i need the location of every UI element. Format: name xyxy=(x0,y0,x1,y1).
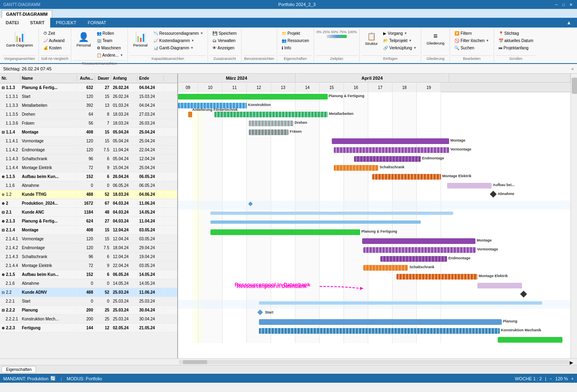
projekt-btn[interactable]: 📁 Projekt xyxy=(280,30,311,37)
zeit-btn[interactable]: ⏱ Zeit xyxy=(41,30,67,37)
verknuepfung-btn[interactable]: 🔗 Verknüpfung ▼ xyxy=(381,44,418,51)
row-anfang: 26.04.24 xyxy=(111,174,138,179)
vertical-scrollbar[interactable] xyxy=(571,74,577,358)
horizontal-scrollbar[interactable]: ▶ xyxy=(0,358,577,365)
vscroll-thumb[interactable] xyxy=(572,78,577,94)
table-row[interactable]: ⊕ 2.2.3 Fertigung 144 12 02.05.24 21.05.… xyxy=(0,324,177,333)
table-row[interactable]: ⊕ 2.1.5 Aufbau beim Kun... 152 6 06.05.2… xyxy=(0,270,177,279)
table-row[interactable]: 1.1.4.2 Endmontage 120 7.5 11.04.24 22.0… xyxy=(0,146,177,155)
row-dauer: 25 xyxy=(95,307,111,313)
verwalten-btn[interactable]: 🗂 Verwalten xyxy=(210,37,239,44)
struktur-btn[interactable]: 📋 Struktur xyxy=(362,30,381,48)
table-row[interactable]: 1.1.3.3 Metallarbeiten 392 13 01.03.24 0… xyxy=(0,101,177,110)
table-row[interactable]: 1.1.4.1 Vormontage 120 15 05.04.24 25.04… xyxy=(0,137,177,146)
filter-loeschen-btn[interactable]: 🚫 Filter löschen ▼ xyxy=(452,37,491,44)
row-dauer: 7 xyxy=(95,121,111,126)
table-row[interactable]: ⊕ 1.2 Kunde TTHG 488 52 18.03.24 04.06.2… xyxy=(0,190,177,199)
ribbon-tab-datei[interactable]: DATEI xyxy=(0,18,24,28)
anzeigen-btn[interactable]: 👁 Anzeigen xyxy=(210,44,239,51)
gantt-diagramm-btn[interactable]: 📊 Gantt-Diagramm xyxy=(3,30,36,49)
stichtag-scroll-btn[interactable]: 📍 Stichtag xyxy=(496,30,535,37)
zoom-out-btn[interactable]: − xyxy=(549,376,552,381)
close-button[interactable]: ✕ xyxy=(568,2,574,7)
refresh-icon[interactable]: 🔄 xyxy=(50,376,56,381)
gantt-bar-213 xyxy=(210,229,360,235)
table-row[interactable]: ⊟ 2.2.2 Planung 200 25 25.03.24 30.04.24 xyxy=(0,306,177,315)
personal-btn[interactable]: 👤 Personal xyxy=(74,30,94,49)
andere-btn[interactable]: 📋 Andere... ▼ xyxy=(95,52,125,59)
collapse-btn[interactable]: « xyxy=(571,66,574,71)
row-name: Kunde TTHG xyxy=(20,192,77,197)
table-row[interactable]: 2.2.1 Start 0 0 25.03.24 25.03.24 xyxy=(0,297,177,306)
gantt-bar-1136 xyxy=(249,129,288,135)
kosten-btn[interactable]: 💰 Kosten xyxy=(41,44,67,51)
rollen-btn[interactable]: 👥 Rollen xyxy=(95,30,125,37)
table-row[interactable]: 2.1.4.4 Montage Elektrik 72 9 22.04.24 0… xyxy=(0,261,177,270)
row-auf: 152 xyxy=(77,174,95,179)
gantt-bar-22 xyxy=(259,301,542,305)
table-row[interactable]: 2.1.6 Abnahme 0 0 14.05.24 14.05.24 xyxy=(0,279,177,288)
hscroll-right-arrow[interactable]: ▶ xyxy=(570,360,576,364)
mandant-label: MANDANT: Produktion xyxy=(3,376,49,381)
gantt-header: März 2024 April 2024 09 10 11 12 13 14 1… xyxy=(178,74,571,92)
team-btn[interactable]: 🏢 Team xyxy=(95,37,125,44)
speichern-btn[interactable]: 💾 Speichern xyxy=(210,30,239,37)
table-row[interactable]: ⊟ 2.2 Kunde ADNV 488 52 25.03.24 11.06.2… xyxy=(0,288,177,297)
ribbon-tab-format[interactable]: FORMAT xyxy=(82,18,112,28)
maximize-button[interactable]: □ xyxy=(561,2,566,7)
aufwand-btn[interactable]: 📈 Aufwand xyxy=(41,37,67,44)
personal-kapazitaet-btn[interactable]: 📊 Personal xyxy=(130,30,151,49)
table-row[interactable]: 1.1.3.6 Fräsen 56 7 18.03.24 26.03.24 xyxy=(0,119,177,128)
row-ende: 03.05.24 xyxy=(138,236,164,242)
row-ende: 06.05.24 xyxy=(138,183,164,188)
table-row[interactable]: ⊕ 2 Produktion_2024... 1672 67 04.03.24 … xyxy=(0,199,177,208)
table-row[interactable]: 1.1.4.4 Montage Elektrik 72 9 15.04.24 2… xyxy=(0,163,177,172)
row-name: Produktion_2024... xyxy=(20,201,77,206)
suchen-btn[interactable]: 🔍 Suchen xyxy=(452,44,491,51)
ribbon-collapse-btn[interactable]: ▲ xyxy=(561,18,577,28)
eigenschaften-tab[interactable]: Eigenschaften xyxy=(2,366,36,373)
aktuelles-datum-btn[interactable]: 📅 aktuelles Datum xyxy=(496,37,535,44)
table-row[interactable]: 1.1.6 Abnahme 0 0 06.05.24 06.05.24 xyxy=(0,181,177,190)
row-anfang: 01.03.24 xyxy=(111,103,138,108)
ressourcendiagramm-btn[interactable]: 📉 Ressourcendiagramm ▼ xyxy=(151,30,206,37)
table-row[interactable]: 1.1.3.5 Drehen 64 8 18.03.24 27.03.24 xyxy=(0,110,177,119)
table-row[interactable]: ⊟ 2.1.4 Montage 408 15 12.04.24 03.05.24 xyxy=(0,226,177,235)
content-area: Nr. Name Aufw... Dauer Anfang Ende ⊟ 1.1… xyxy=(0,74,577,365)
ribbon-tab-projekt[interactable]: PROJEKT xyxy=(50,18,82,28)
ribbon-tab-start[interactable]: START xyxy=(24,18,50,28)
zoom-in-btn[interactable]: + xyxy=(571,376,574,381)
row-auf: 392 xyxy=(77,103,95,108)
row-ende: 29.04.24 xyxy=(138,245,164,250)
table-row[interactable]: ⊕ 2.1.3 Planung & Fertig... 624 27 04.03… xyxy=(0,217,177,226)
gantt-tab[interactable]: GANTT-DIAGRAMM xyxy=(2,10,52,18)
table-row[interactable]: ⊟ 2.1 Kunde ANC 1184 48 04.03.24 14.05.2… xyxy=(0,208,177,217)
table-row[interactable]: ⊟ 1.1.3 Planung & Fertig... 632 27 26.02… xyxy=(0,83,177,92)
row-ende: 21.05.24 xyxy=(138,325,164,331)
scrollen-label: Scrollen xyxy=(496,55,536,61)
table-row[interactable]: 2.1.4.1 Vormontage 120 15 12.04.24 03.05… xyxy=(0,235,177,244)
projektanfang-btn[interactable]: ⏮ Projektanfang xyxy=(496,44,535,51)
table-row[interactable]: ⊟ 1.1.4 Montage 408 15 05.04.24 25.04.24 xyxy=(0,128,177,137)
teilprojekt-btn[interactable]: 📂 Teilprojekt ▼ xyxy=(381,37,418,44)
table-row[interactable]: 1.1.3.1 Start 120 15 26.02.24 15.03.24 xyxy=(0,92,177,101)
bar-label-116: Abnahme xyxy=(498,192,514,196)
row-ende: 25.04.24 xyxy=(138,129,164,135)
table-row[interactable]: ⊕ 1.1.5 Aufbau beim Kun... 152 6 26.04.2… xyxy=(0,172,177,181)
row-auf: 200 xyxy=(77,316,95,322)
minimize-button[interactable]: ─ xyxy=(554,2,559,7)
gantt-kapazitaet-btn[interactable]: 📊 Gantt-Diagramm ▼ xyxy=(151,44,206,51)
table-row[interactable]: 2.1.4.2 Endmontage 120 7.5 18.04.24 29.0… xyxy=(0,244,177,252)
hscroll-thumb[interactable] xyxy=(183,360,207,364)
filtern-btn[interactable]: 🔽 Filtern xyxy=(452,30,491,37)
table-row[interactable]: 2.1.4.3 Schaltschrank 96 6 12.04.24 19.0… xyxy=(0,252,177,261)
maschinen-btn[interactable]: ⚙ Maschinen xyxy=(95,44,125,51)
info-btn[interactable]: ℹ Info xyxy=(280,44,311,51)
ressourcen-btn[interactable]: 👥 Ressourcen xyxy=(280,37,311,44)
kostendiagramm-btn[interactable]: 📈 Kostendiagramm ▼ xyxy=(151,37,206,44)
gliederung-btn[interactable]: ≡ Gliederung xyxy=(424,30,447,47)
table-row[interactable]: 1.1.4.3 Schaltschrank 96 6 05.04.24 12.0… xyxy=(0,155,177,163)
ribbon: DATEI START PROJEKT FORMAT ▲ 📊 Gantt-Dia… xyxy=(0,18,577,64)
table-row[interactable]: 2.2.2.1 Konstruktion Mech... 200 25 25.0… xyxy=(0,315,177,324)
vorgang-btn[interactable]: ▶ Vorgang ▼ xyxy=(381,30,418,37)
